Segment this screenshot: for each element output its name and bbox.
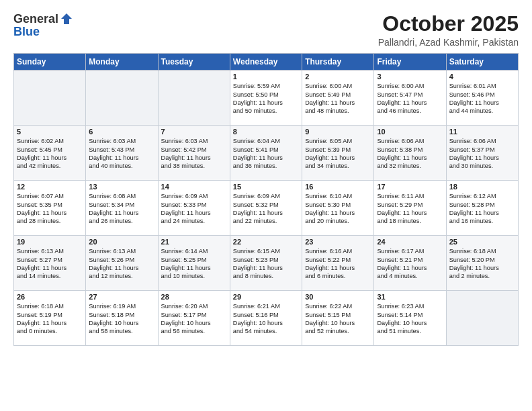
calendar-cell: 21Sunrise: 6:14 AM Sunset: 5:25 PM Dayli…	[158, 236, 230, 291]
day-number: 10	[377, 128, 443, 136]
day-number: 7	[161, 128, 227, 136]
day-number: 9	[305, 128, 371, 136]
day-info: Sunrise: 6:08 AM Sunset: 5:34 PM Dayligh…	[89, 192, 154, 226]
day-number: 14	[161, 183, 227, 191]
calendar-cell: 25Sunrise: 6:18 AM Sunset: 5:20 PM Dayli…	[446, 236, 518, 291]
calendar-week-row: 1Sunrise: 5:59 AM Sunset: 5:50 PM Daylig…	[14, 71, 519, 126]
header: General Blue October 2025 Pallandri, Aza…	[13, 12, 519, 48]
calendar-cell: 27Sunrise: 6:19 AM Sunset: 5:18 PM Dayli…	[86, 291, 158, 346]
day-number: 8	[233, 128, 299, 136]
day-number: 6	[89, 128, 154, 136]
calendar-cell: 26Sunrise: 6:18 AM Sunset: 5:19 PM Dayli…	[14, 291, 86, 346]
day-info: Sunrise: 6:11 AM Sunset: 5:29 PM Dayligh…	[377, 192, 443, 226]
day-info: Sunrise: 6:03 AM Sunset: 5:43 PM Dayligh…	[89, 137, 154, 171]
calendar-cell: 10Sunrise: 6:06 AM Sunset: 5:38 PM Dayli…	[374, 126, 446, 181]
calendar-cell: 8Sunrise: 6:04 AM Sunset: 5:41 PM Daylig…	[230, 126, 302, 181]
calendar-header-row: SundayMondayTuesdayWednesdayThursdayFrid…	[14, 54, 519, 71]
day-number: 11	[449, 128, 515, 136]
day-info: Sunrise: 6:18 AM Sunset: 5:20 PM Dayligh…	[449, 247, 515, 281]
day-info: Sunrise: 6:18 AM Sunset: 5:19 PM Dayligh…	[17, 302, 83, 336]
day-info: Sunrise: 6:23 AM Sunset: 5:14 PM Dayligh…	[377, 302, 443, 336]
day-number: 3	[377, 73, 443, 81]
day-info: Sunrise: 6:15 AM Sunset: 5:23 PM Dayligh…	[233, 247, 299, 281]
day-info: Sunrise: 6:17 AM Sunset: 5:21 PM Dayligh…	[377, 247, 443, 281]
calendar-cell: 9Sunrise: 6:05 AM Sunset: 5:39 PM Daylig…	[302, 126, 374, 181]
day-info: Sunrise: 6:00 AM Sunset: 5:47 PM Dayligh…	[377, 82, 443, 116]
calendar-cell: 16Sunrise: 6:10 AM Sunset: 5:30 PM Dayli…	[302, 181, 374, 236]
calendar-cell: 6Sunrise: 6:03 AM Sunset: 5:43 PM Daylig…	[86, 126, 158, 181]
calendar-cell: 1Sunrise: 5:59 AM Sunset: 5:50 PM Daylig…	[230, 71, 302, 126]
calendar-week-row: 19Sunrise: 6:13 AM Sunset: 5:27 PM Dayli…	[14, 236, 519, 291]
day-info: Sunrise: 6:21 AM Sunset: 5:16 PM Dayligh…	[233, 302, 299, 336]
day-header-tuesday: Tuesday	[158, 54, 230, 71]
day-number: 26	[17, 293, 83, 301]
day-info: Sunrise: 6:01 AM Sunset: 5:46 PM Dayligh…	[449, 82, 515, 116]
month-title: October 2025	[378, 12, 519, 36]
day-number: 16	[305, 183, 371, 191]
calendar-cell: 7Sunrise: 6:03 AM Sunset: 5:42 PM Daylig…	[158, 126, 230, 181]
day-number: 2	[305, 73, 371, 81]
calendar-table: SundayMondayTuesdayWednesdayThursdayFrid…	[13, 53, 519, 346]
day-info: Sunrise: 6:19 AM Sunset: 5:18 PM Dayligh…	[89, 302, 154, 336]
day-info: Sunrise: 6:14 AM Sunset: 5:25 PM Dayligh…	[161, 247, 227, 281]
day-number: 5	[17, 128, 83, 136]
day-number: 19	[17, 238, 83, 246]
day-number: 25	[449, 238, 515, 246]
calendar-cell: 18Sunrise: 6:12 AM Sunset: 5:28 PM Dayli…	[446, 181, 518, 236]
calendar-cell: 31Sunrise: 6:23 AM Sunset: 5:14 PM Dayli…	[374, 291, 446, 346]
day-info: Sunrise: 6:00 AM Sunset: 5:49 PM Dayligh…	[305, 82, 371, 116]
calendar-cell: 13Sunrise: 6:08 AM Sunset: 5:34 PM Dayli…	[86, 181, 158, 236]
day-info: Sunrise: 6:13 AM Sunset: 5:26 PM Dayligh…	[89, 247, 154, 281]
day-number: 22	[233, 238, 299, 246]
calendar-cell	[14, 71, 86, 126]
day-info: Sunrise: 6:12 AM Sunset: 5:28 PM Dayligh…	[449, 192, 515, 226]
calendar-cell: 2Sunrise: 6:00 AM Sunset: 5:49 PM Daylig…	[302, 71, 374, 126]
day-number: 27	[89, 293, 154, 301]
title-block: October 2025 Pallandri, Azad Kashmir, Pa…	[378, 12, 519, 48]
calendar-week-row: 26Sunrise: 6:18 AM Sunset: 5:19 PM Dayli…	[14, 291, 519, 346]
day-info: Sunrise: 6:06 AM Sunset: 5:38 PM Dayligh…	[377, 137, 443, 171]
day-info: Sunrise: 6:05 AM Sunset: 5:39 PM Dayligh…	[305, 137, 371, 171]
calendar-cell: 29Sunrise: 6:21 AM Sunset: 5:16 PM Dayli…	[230, 291, 302, 346]
svg-marker-0	[61, 13, 72, 24]
day-info: Sunrise: 6:22 AM Sunset: 5:15 PM Dayligh…	[305, 302, 371, 336]
calendar-cell: 24Sunrise: 6:17 AM Sunset: 5:21 PM Dayli…	[374, 236, 446, 291]
day-info: Sunrise: 6:09 AM Sunset: 5:32 PM Dayligh…	[233, 192, 299, 226]
calendar-cell: 3Sunrise: 6:00 AM Sunset: 5:47 PM Daylig…	[374, 71, 446, 126]
day-number: 15	[233, 183, 299, 191]
logo-blue-text: Blue	[13, 25, 73, 39]
day-info: Sunrise: 6:13 AM Sunset: 5:27 PM Dayligh…	[17, 247, 83, 281]
day-header-monday: Monday	[86, 54, 158, 71]
day-number: 28	[161, 293, 227, 301]
day-number: 4	[449, 73, 515, 81]
day-number: 12	[17, 183, 83, 191]
calendar-cell: 30Sunrise: 6:22 AM Sunset: 5:15 PM Dayli…	[302, 291, 374, 346]
day-header-wednesday: Wednesday	[230, 54, 302, 71]
calendar-cell: 28Sunrise: 6:20 AM Sunset: 5:17 PM Dayli…	[158, 291, 230, 346]
day-header-friday: Friday	[374, 54, 446, 71]
calendar-cell: 17Sunrise: 6:11 AM Sunset: 5:29 PM Dayli…	[374, 181, 446, 236]
day-info: Sunrise: 6:10 AM Sunset: 5:30 PM Dayligh…	[305, 192, 371, 226]
calendar-cell: 4Sunrise: 6:01 AM Sunset: 5:46 PM Daylig…	[446, 71, 518, 126]
day-number: 31	[377, 293, 443, 301]
calendar-cell: 20Sunrise: 6:13 AM Sunset: 5:26 PM Dayli…	[86, 236, 158, 291]
day-number: 23	[305, 238, 371, 246]
day-info: Sunrise: 6:16 AM Sunset: 5:22 PM Dayligh…	[305, 247, 371, 281]
day-info: Sunrise: 6:04 AM Sunset: 5:41 PM Dayligh…	[233, 137, 299, 171]
calendar-cell: 14Sunrise: 6:09 AM Sunset: 5:33 PM Dayli…	[158, 181, 230, 236]
day-number: 29	[233, 293, 299, 301]
day-info: Sunrise: 6:03 AM Sunset: 5:42 PM Dayligh…	[161, 137, 227, 171]
calendar-cell: 22Sunrise: 6:15 AM Sunset: 5:23 PM Dayli…	[230, 236, 302, 291]
day-header-sunday: Sunday	[14, 54, 86, 71]
calendar-cell: 15Sunrise: 6:09 AM Sunset: 5:32 PM Dayli…	[230, 181, 302, 236]
day-header-thursday: Thursday	[302, 54, 374, 71]
day-number: 1	[233, 73, 299, 81]
calendar-cell: 12Sunrise: 6:07 AM Sunset: 5:35 PM Dayli…	[14, 181, 86, 236]
day-number: 24	[377, 238, 443, 246]
logo: General Blue	[13, 12, 73, 39]
day-info: Sunrise: 6:09 AM Sunset: 5:33 PM Dayligh…	[161, 192, 227, 226]
day-number: 18	[449, 183, 515, 191]
location: Pallandri, Azad Kashmir, Pakistan	[378, 37, 519, 48]
day-info: Sunrise: 5:59 AM Sunset: 5:50 PM Dayligh…	[233, 82, 299, 116]
page: General Blue October 2025 Pallandri, Aza…	[0, 0, 532, 411]
